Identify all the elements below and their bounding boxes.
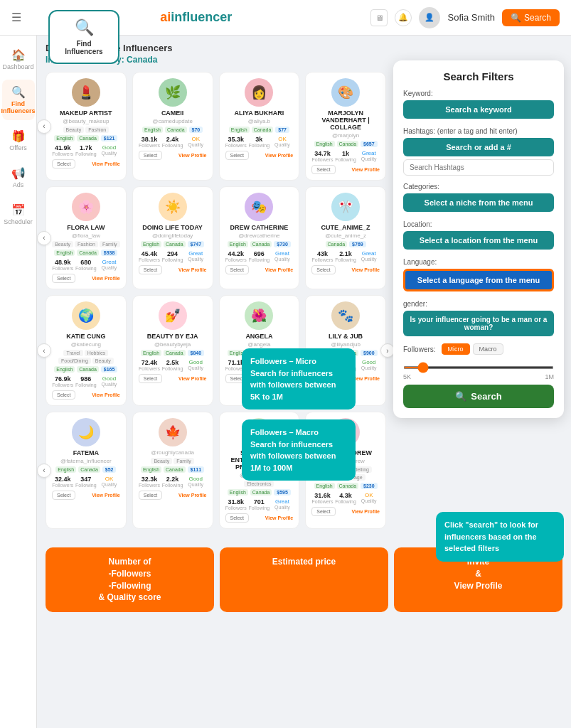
view-profile-link[interactable]: View Profile [265,515,294,520]
search-icon: 🔍 [511,13,521,23]
price-badge: $730 [274,241,291,247]
hashtag-button[interactable]: Search or add a # [403,138,554,156]
niche-button[interactable]: Select a niche from the menu [403,193,554,212]
view-profile-link[interactable]: View Profile [92,276,120,281]
quality-stat: Good Quality [185,476,207,488]
followers-label: Followers [225,257,247,262]
followers-value: 38.1k [139,136,161,143]
influencer-tags: BeautyFashionFamily [52,241,120,247]
sidebar-item-find-influencers[interactable]: 🔍 FindInfluencers [2,80,35,120]
avatar: 👤 [419,7,440,28]
quality-label: Quality [185,482,207,487]
language-flag: English [141,466,161,473]
influencer-card: 🎌 cute_anime_z @cute_anime_z Canada $769… [305,186,386,289]
view-profile-link[interactable]: View Profile [92,392,120,397]
select-button[interactable]: Select [225,265,249,274]
language-button[interactable]: Select a language from the menu [403,269,554,291]
select-button[interactable]: Select [311,507,335,516]
sidebar-label-dashboard: Dashboard [2,63,33,70]
calendar-icon: 📅 [11,203,26,217]
select-button[interactable]: Select [52,491,75,500]
influencer-card: ☀️ Doing Life Today @doinglifetoday Engl… [132,186,213,289]
followers-label: Followers [52,151,74,156]
influencer-stats: 76.9k Followers 986 Following Good Quali… [52,375,120,387]
quality-label: Quality [272,505,294,510]
view-profile-link[interactable]: View Profile [92,493,120,498]
view-profile-link[interactable]: View Profile [265,153,294,158]
prev-nav-4[interactable]: ‹ [37,464,51,478]
view-profile-link[interactable]: View Profile [178,153,207,158]
following-value: 294 [161,250,183,257]
view-profile-link[interactable]: View Profile [178,267,207,272]
view-profile-link[interactable]: View Profile [178,376,207,381]
select-button[interactable]: Select [311,165,335,174]
sidebar-item-dashboard[interactable]: 🏠 Dashboard [2,43,35,76]
country-flag: Canada [77,135,99,141]
tag: Beauty [52,241,73,247]
influencer-username: @flora_law [52,232,120,239]
influencer-flags: English Canada $657 [311,141,380,147]
macro-toggle[interactable]: Macro [473,343,503,355]
sidebar-item-scheduler[interactable]: 📅 Scheduler [2,198,35,231]
influencer-stats: 45.4k Followers 294 Following Great Qual… [139,250,207,262]
view-profile-link[interactable]: View Profile [178,493,207,498]
gender-button[interactable]: Is your influencer going to be a man or … [403,311,554,336]
view-profile-link[interactable]: View Profile [351,376,380,381]
followers-label: Followers [52,266,74,271]
following-label: Following [75,382,97,387]
hashtag-search-input[interactable] [403,159,554,176]
location-button[interactable]: Select a location from the menu [403,231,554,250]
quality-value: Great [98,259,120,265]
logo: aiinfluencer [160,10,232,25]
select-button[interactable]: Select [52,274,75,283]
hamburger-icon[interactable]: ☰ [11,11,21,24]
influencer-username: @camedupdate [139,118,207,124]
next-nav-3[interactable]: › [380,343,395,358]
bell-icon[interactable]: 🔔 [395,9,412,26]
search-main-button[interactable]: 🔍 Search [403,385,554,408]
select-button[interactable]: Select [139,491,162,500]
view-profile-link[interactable]: View Profile [351,267,380,272]
logo-ai: ai [160,10,171,24]
prev-nav-3[interactable]: ‹ [37,343,51,358]
select-button[interactable]: Select [225,513,249,523]
sidebar-item-ads[interactable]: 📢 Ads [2,161,35,194]
country-flag: Canada [78,466,100,473]
quality-stat: Good Quality [98,144,120,156]
influencer-card: 🌿 CAMEII @camedupdate English Canada $70… [132,72,213,181]
influencer-name: MAKEUP ARTIST [52,109,120,117]
select-button[interactable]: Select [52,159,75,168]
following-stat: 2.4k Following [161,136,183,148]
tag: Electronics [244,481,274,487]
following-stat: 347 Following [75,476,97,488]
price-badge: $52 [102,466,117,473]
influencer-username: @lilyandjub [311,341,380,348]
screen-icon[interactable]: 🖥 [370,9,388,26]
followers-stat: 32.4k Followers [52,476,74,488]
header-search-button[interactable]: 🔍 Search [502,9,560,26]
micro-toggle[interactable]: Micro [442,343,470,355]
influencer-name: fatema [52,449,120,456]
select-button[interactable]: Select [139,265,162,274]
keyword-button[interactable]: Search a keyword [403,100,554,119]
sidebar-item-offers[interactable]: 🎁 Offers [2,124,35,157]
influencer-username: @beauty_makeup [52,118,120,124]
keyword-label: Keyword: [403,90,554,97]
prev-nav-1[interactable]: ‹ [37,119,51,134]
select-button[interactable]: Select [311,265,335,274]
influencer-username: @marjolyn [311,132,380,139]
followers-range-slider[interactable] [403,366,554,369]
view-profile-link[interactable]: View Profile [265,267,294,272]
view-profile-link[interactable]: View Profile [351,167,380,172]
select-button[interactable]: Select [52,390,75,400]
select-button[interactable]: Select [139,151,162,160]
prev-nav-2[interactable]: ‹ [37,231,51,245]
view-profile-link[interactable]: View Profile [351,509,380,514]
followers-stat: 32.3k Followers [139,476,161,488]
followers-value: 76.9k [52,375,74,382]
select-button[interactable]: Select [225,151,249,160]
view-profile-link[interactable]: View Profile [92,161,120,166]
sidebar-label-ads: Ads [13,181,24,188]
influencer-flags: Canada $769 [311,241,380,247]
select-button[interactable]: Select [139,374,162,383]
